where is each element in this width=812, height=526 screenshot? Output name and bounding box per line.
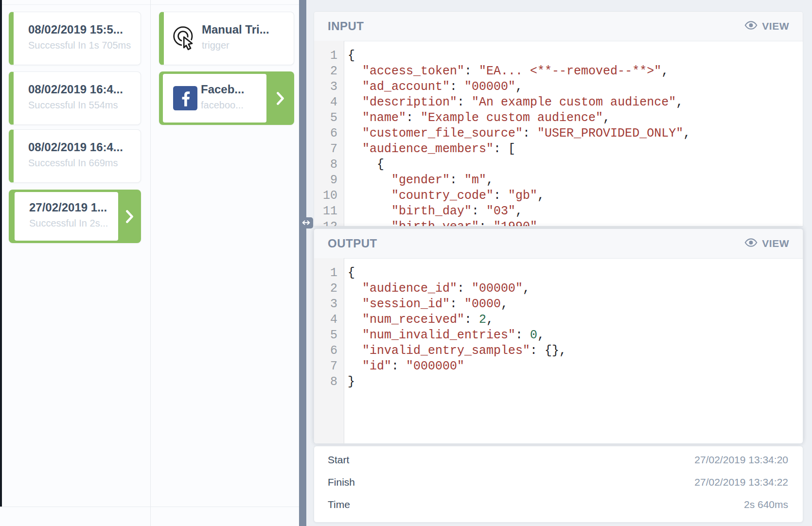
run-text: 27/02/2019 1...Successful In 2s... [29,192,115,238]
input-view-label: VIEW [762,20,789,32]
line-number: 6 [314,343,344,359]
step-subtitle: faceboo... [201,100,264,111]
facebook-icon [172,85,199,112]
run-list-item[interactable]: 08/02/2019 16:4...Successful In 554ms [9,71,141,125]
code-line: "num_invalid_entries": 0, [348,328,803,343]
detail-value: 2s 640ms [744,499,788,510]
line-number: 11 [314,204,344,219]
code-line: "audience_id": "00000", [348,281,803,297]
code-line: "birth_day": "03", [348,204,803,219]
line-number: 8 [314,157,344,173]
run-list-item[interactable]: 08/02/2019 16:4...Successful In 669ms [9,129,141,183]
code-line: "description": "An example custom audien… [348,95,803,110]
detail-label: Start [328,454,349,466]
code-line: { [348,265,803,281]
resize-handle[interactable] [299,217,313,228]
line-number: 7 [314,359,344,374]
code-line: "customer_file_source": "USER_PROVIDED_O… [348,126,803,141]
detail-row: Time2s 640ms [314,493,803,516]
code-line: "session_id": "0000, [348,297,803,312]
step-card-body: Faceb...faceboo... [163,74,266,123]
line-number: 2 [314,281,344,297]
input-view-button[interactable]: VIEW [744,20,789,32]
step-title: Faceb... [201,83,264,96]
eye-icon [744,238,758,249]
run-details-rows: Start27/02/2019 13:34:20Finish27/02/2019… [314,449,803,516]
panel-resize-bar[interactable] [299,0,306,526]
run-subtitle: Successful In 2s... [29,218,115,229]
detail-label: Finish [328,476,355,488]
step-subtitle: trigger [202,40,291,51]
chevron-right-icon [118,190,141,243]
eye-icon [744,20,758,32]
detail-label: Time [328,499,350,510]
run-card-body: 27/02/2019 1...Successful In 2s... [15,192,118,241]
line-number: 10 [314,188,344,204]
detail-row: Start27/02/2019 13:34:20 [314,449,803,471]
code-line: { [348,157,803,173]
run-text: 08/02/2019 15:5...Successful In 1s 705ms [28,12,138,62]
input-panel: INPUT VIEW 123456789101112{ "access_toke… [314,11,803,227]
manual-trigger-icon [172,25,199,52]
code-line: { [348,48,803,64]
code-line: "audience_members": [ [348,141,803,157]
horizontal-resize-icon [301,219,311,228]
run-title: 08/02/2019 16:4... [28,83,138,96]
line-number-gutter: 12345678 [314,258,344,443]
workflow-debugger-screen: 08/02/2019 15:5...Successful In 1s 705ms… [0,0,812,526]
detail-value: 27/02/2019 13:34:20 [694,454,788,466]
line-number: 2 [314,64,344,79]
code-line: "num_received": 2, [348,312,803,328]
bottom-divider-line [0,507,299,507]
run-subtitle: Successful In 554ms [28,100,138,111]
line-number: 12 [314,219,344,227]
step-text: Faceb...faceboo... [201,74,264,120]
code-line: "name": "Example custom audience", [348,110,803,126]
code-content: { "audience_id": "00000", "session_id": … [344,258,803,443]
code-line: "id": "000000" [348,359,803,374]
line-number: 4 [314,312,344,328]
line-number: 5 [314,328,344,343]
run-text: 08/02/2019 16:4...Successful In 554ms [28,72,138,122]
left-dark-edge [0,0,2,507]
step-text: Manual Tri...trigger [202,12,291,62]
line-number: 5 [314,110,344,126]
output-panel-title: OUTPUT [328,237,377,250]
input-code-editor[interactable]: 123456789101112{ "access_token": "EA... … [314,41,803,226]
column-divider-line [150,0,151,526]
output-panel: OUTPUT VIEW 12345678{ "audience_id": "00… [314,228,803,444]
line-number: 3 [314,297,344,312]
code-line: "access_token": "EA... <**--removed--**>… [348,64,803,79]
line-number: 4 [314,95,344,110]
line-number: 3 [314,79,344,95]
line-number: 8 [314,374,344,390]
run-list-item[interactable]: 08/02/2019 15:5...Successful In 1s 705ms [9,12,141,65]
input-panel-header: INPUT VIEW [314,12,803,41]
output-panel-header: OUTPUT VIEW [314,229,803,259]
line-number: 7 [314,141,344,157]
chevron-right-icon [266,71,294,125]
step-title: Manual Tri... [202,23,291,36]
step-card-connector[interactable]: Faceb...faceboo... [159,71,294,125]
run-details-panel: Start27/02/2019 13:34:20Finish27/02/2019… [314,446,803,523]
code-line: "ad_account": "00000", [348,79,803,95]
top-divider-line [0,4,299,5]
detail-row: Finish27/02/2019 13:34:22 [314,471,803,493]
output-view-button[interactable]: VIEW [744,238,789,249]
line-number: 9 [314,173,344,188]
run-title: 08/02/2019 16:4... [28,140,138,154]
code-line: "invalid_entry_samples": {}, [348,343,803,359]
code-line: "gender": "m", [348,173,803,188]
run-subtitle: Successful In 669ms [28,158,138,169]
run-title: 08/02/2019 15:5... [28,23,138,36]
run-text: 08/02/2019 16:4...Successful In 669ms [28,130,138,179]
run-list-item[interactable]: 27/02/2019 1...Successful In 2s... [9,190,141,243]
input-panel-title: INPUT [328,19,364,33]
step-card-trigger[interactable]: Manual Tri...trigger [159,12,294,65]
line-number-gutter: 123456789101112 [314,41,344,226]
code-line: "birth_year": "1990", [348,219,803,226]
code-content: { "access_token": "EA... <**--removed--*… [344,41,803,226]
output-code-editor[interactable]: 12345678{ "audience_id": "00000", "sessi… [314,258,803,443]
output-view-label: VIEW [762,238,789,249]
run-title: 27/02/2019 1... [29,201,115,214]
